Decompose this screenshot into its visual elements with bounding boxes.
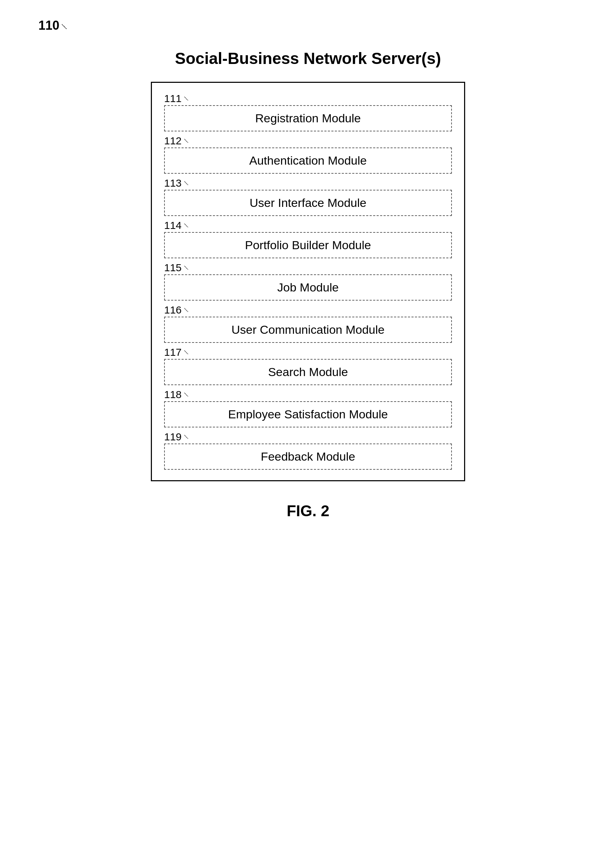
modules-container: 111⟍Registration Module112⟍Authenticatio… <box>164 93 452 470</box>
mod-114-text: Portfolio Builder Module <box>245 238 371 252</box>
mod-112-box: Authentication Module <box>164 148 452 174</box>
mod-116-text: User Communication Module <box>231 323 385 336</box>
reference-number: 110 <box>38 18 60 33</box>
mod-114-arrow: ⟍ <box>182 221 190 230</box>
mod-112-arrow: ⟍ <box>182 136 190 145</box>
mod-113-text: User Interface Module <box>250 196 367 210</box>
mod-113-box: User Interface Module <box>164 190 452 216</box>
mod-119-row: 119⟍Feedback Module <box>164 432 452 470</box>
mod-112-label-row: 112⟍ <box>164 136 452 146</box>
mod-114-number: 114 <box>164 220 182 231</box>
mod-112-text: Authentication Module <box>249 154 367 167</box>
mod-118-number: 118 <box>164 389 182 400</box>
mod-119-label-row: 119⟍ <box>164 432 452 442</box>
diagram-title: Social-Business Network Server(s) <box>175 49 441 68</box>
mod-116-row: 116⟍User Communication Module <box>164 305 452 343</box>
mod-119-arrow: ⟍ <box>182 432 190 441</box>
page-container: 110⟍ Social-Business Network Server(s) 1… <box>0 0 616 865</box>
figure-label: FIG. 2 <box>287 502 329 520</box>
mod-111-label-row: 111⟍ <box>164 93 452 104</box>
mod-111-text: Registration Module <box>255 112 361 125</box>
mod-119-box: Feedback Module <box>164 444 452 470</box>
mod-114-label-row: 114⟍ <box>164 220 452 231</box>
reference-110: 110⟍ <box>38 18 69 33</box>
main-content: Social-Business Network Server(s) 111⟍Re… <box>0 49 616 520</box>
mod-113-number: 113 <box>164 178 182 188</box>
mod-115-arrow: ⟍ <box>182 263 190 272</box>
mod-116-box: User Communication Module <box>164 317 452 343</box>
mod-114-row: 114⟍Portfolio Builder Module <box>164 220 452 258</box>
mod-114-box: Portfolio Builder Module <box>164 232 452 258</box>
mod-116-number: 116 <box>164 305 182 315</box>
mod-117-label-row: 117⟍ <box>164 347 452 358</box>
mod-116-arrow: ⟍ <box>182 306 190 315</box>
mod-115-text: Job Module <box>277 280 339 294</box>
mod-116-label-row: 116⟍ <box>164 305 452 315</box>
mod-111-arrow: ⟍ <box>182 94 190 103</box>
mod-111-number: 111 <box>164 93 182 104</box>
mod-113-arrow: ⟍ <box>182 179 190 187</box>
mod-118-row: 118⟍Employee Satisfaction Module <box>164 389 452 427</box>
mod-117-row: 117⟍Search Module <box>164 347 452 385</box>
mod-117-text: Search Module <box>268 365 348 378</box>
mod-113-row: 113⟍User Interface Module <box>164 178 452 216</box>
mod-115-number: 115 <box>164 263 182 273</box>
mod-111-box: Registration Module <box>164 105 452 131</box>
mod-118-arrow: ⟍ <box>182 390 190 399</box>
mod-119-text: Feedback Module <box>261 450 355 463</box>
mod-115-row: 115⟍Job Module <box>164 263 452 301</box>
mod-115-box: Job Module <box>164 274 452 301</box>
mod-113-label-row: 113⟍ <box>164 178 452 188</box>
mod-117-arrow: ⟍ <box>182 348 190 357</box>
mod-117-number: 117 <box>164 347 182 358</box>
mod-117-box: Search Module <box>164 359 452 385</box>
mod-119-number: 119 <box>164 432 182 442</box>
reference-arrow: ⟍ <box>60 20 69 32</box>
mod-115-label-row: 115⟍ <box>164 263 452 273</box>
outer-server-box: 111⟍Registration Module112⟍Authenticatio… <box>151 82 465 481</box>
mod-112-number: 112 <box>164 136 182 146</box>
mod-118-text: Employee Satisfaction Module <box>228 408 388 421</box>
mod-112-row: 112⟍Authentication Module <box>164 136 452 174</box>
mod-118-box: Employee Satisfaction Module <box>164 401 452 427</box>
mod-118-label-row: 118⟍ <box>164 389 452 400</box>
mod-111-row: 111⟍Registration Module <box>164 93 452 131</box>
